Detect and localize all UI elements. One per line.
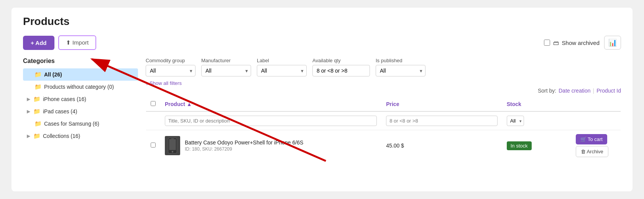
folder-icon: 📁	[34, 83, 42, 90]
label-select[interactable]: All	[257, 65, 307, 76]
sort-row: Sort by: Date creation | Product Id	[146, 88, 621, 94]
svg-point-4	[172, 151, 173, 153]
is-published-filter: Is published All	[376, 58, 426, 76]
archive-icon: 🗃	[553, 40, 559, 46]
product-thumbnail	[165, 136, 180, 155]
category-label: iPhone cases (16)	[43, 96, 86, 102]
price-column-header[interactable]: Price	[381, 97, 502, 112]
stock-cell: In stock	[502, 130, 571, 161]
sort-by-label: Sort by:	[538, 88, 556, 94]
folder-icon: 📁	[33, 96, 41, 103]
sidebar-item-2[interactable]: ▶ 📁 iPhone cases (16)	[23, 93, 138, 105]
stock-filter-cell: All	[502, 111, 571, 130]
sidebar-title: Categories	[23, 58, 138, 65]
folder-icon: 📁	[33, 108, 41, 115]
commodity-group-label: Commodity group	[146, 58, 196, 63]
folder-icon: 📁	[34, 71, 42, 78]
show-archived-text: Show archived	[562, 40, 600, 46]
stock-filter-select[interactable]: All	[507, 116, 524, 126]
archive-button[interactable]: 🗑 Archive	[576, 146, 608, 157]
content-area: Categories 📁 All (26) 📁 Products without…	[23, 58, 621, 161]
expand-icon: ▶	[27, 96, 30, 102]
sidebar: Categories 📁 All (26) 📁 Products without…	[23, 58, 138, 161]
qty-filter-cell	[381, 111, 502, 130]
row-checkbox[interactable]	[151, 143, 156, 148]
sort-arrow-icon: ▲	[187, 101, 192, 107]
folder-icon: 📁	[34, 120, 42, 127]
show-archived-label[interactable]: 🗃 Show archived	[544, 40, 600, 46]
qty-filter-input[interactable]	[386, 116, 498, 126]
category-label: Cases for Samsung (6)	[44, 121, 99, 127]
filter-row: All	[146, 111, 621, 130]
row-checkbox-cell	[146, 130, 161, 161]
sidebar-item-5[interactable]: ▶ 📁 Collections (16)	[23, 130, 138, 142]
category-label: Collections (16)	[43, 133, 80, 139]
product-cell: Battery Case Odoyo Power+Shell for iPhon…	[160, 130, 381, 161]
sidebar-item-0[interactable]: 📁 All (26)	[23, 68, 138, 81]
manufacturer-label: Manufacturer	[201, 58, 251, 63]
show-archived-checkbox[interactable]	[544, 40, 550, 46]
select-all-checkbox[interactable]	[151, 101, 156, 106]
product-col-label: Product	[165, 101, 185, 107]
sidebar-item-4[interactable]: 📁 Cases for Samsung (6)	[23, 118, 138, 130]
folder-icon: 📁	[33, 133, 41, 139]
actions-column-header	[571, 97, 621, 112]
excel-icon: 📊	[608, 39, 617, 46]
main-content: Commodity group All Manufacturer All	[146, 58, 621, 161]
available-qty-input[interactable]	[312, 65, 370, 76]
available-qty-filter: Available qty	[312, 58, 370, 76]
sort-product-id-link[interactable]: Product Id	[596, 88, 621, 94]
category-label: All (26)	[44, 71, 62, 78]
stock-column-header[interactable]: Stock	[502, 97, 571, 112]
commodity-group-select[interactable]: All	[146, 65, 196, 76]
header-checkbox-cell	[146, 97, 161, 112]
category-label: iPad cases (4)	[43, 108, 77, 114]
svg-rect-3	[169, 139, 176, 150]
toolbar-right: 🗃 Show archived 📊	[544, 36, 621, 50]
product-name: Battery Case Odoyo Power+Shell for iPhon…	[185, 139, 303, 146]
in-stock-badge: In stock	[507, 141, 532, 150]
products-table: Product ▲ Price Stock	[146, 97, 621, 161]
action-buttons: 🛒 To cart 🗑 Archive	[576, 134, 616, 157]
manufacturer-filter: Manufacturer All	[201, 58, 251, 76]
svg-rect-5	[171, 139, 174, 139]
expand-icon: ▶	[27, 133, 30, 139]
sort-date-creation-link[interactable]: Date creation	[559, 88, 590, 94]
label-filter: Label All	[257, 58, 307, 76]
table-row: Battery Case Odoyo Power+Shell for iPhon…	[146, 130, 621, 161]
excel-export-button[interactable]: 📊	[604, 36, 621, 50]
page-title: Products	[23, 15, 621, 28]
show-all-filters-link[interactable]: ↓ Show all filters	[146, 80, 182, 86]
filters-row: Commodity group All Manufacturer All	[146, 58, 621, 76]
product-search-cell	[160, 111, 381, 130]
to-cart-button[interactable]: 🛒 To cart	[576, 134, 607, 144]
sidebar-item-1[interactable]: 📁 Products without category (0)	[23, 81, 138, 93]
product-column-header[interactable]: Product ▲	[160, 97, 381, 112]
commodity-group-filter: Commodity group All	[146, 58, 196, 76]
action-cell: 🛒 To cart 🗑 Archive	[571, 130, 621, 161]
manufacturer-select[interactable]: All	[201, 65, 251, 76]
price-cell: 45.00 $	[381, 130, 502, 161]
is-published-select[interactable]: All	[376, 65, 426, 76]
is-published-label: Is published	[376, 58, 426, 63]
available-qty-label: Available qty	[312, 58, 370, 63]
import-button[interactable]: ⬆ Import	[58, 35, 97, 50]
sidebar-item-3[interactable]: ▶ 📁 iPad cases (4)	[23, 105, 138, 118]
category-label: Products without category (0)	[44, 84, 114, 90]
label-filter-label: Label	[257, 58, 307, 63]
add-button[interactable]: + Add	[23, 36, 54, 50]
product-search-input[interactable]	[165, 116, 377, 126]
product-meta: ID: 180, SKU: 2667209	[185, 146, 303, 152]
toolbar: + Add ⬆ Import 🗃 Show archived 📊	[23, 35, 621, 50]
expand-icon: ▶	[27, 109, 30, 114]
product-info: Battery Case Odoyo Power+Shell for iPhon…	[185, 139, 303, 152]
